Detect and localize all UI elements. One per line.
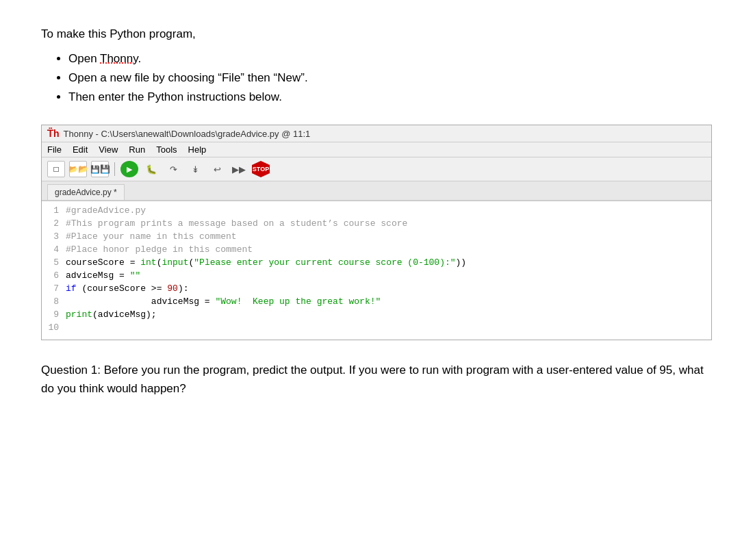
line-num-2: 2 (42, 218, 66, 229)
menu-run[interactable]: Run (129, 144, 145, 155)
debug-button[interactable]: 🐛 (142, 161, 160, 177)
line-content-10 (66, 322, 711, 333)
line-content-8: adviceMsg = "Wow! Keep up the great work… (66, 296, 711, 307)
line-content-2: #This program prints a message based on … (66, 218, 711, 229)
line-num-9: 9 (42, 309, 66, 320)
new-file-button[interactable] (47, 161, 65, 177)
menu-help[interactable]: Help (188, 144, 207, 155)
line-num-8: 8 (42, 296, 66, 307)
toolbar-separator-1 (114, 162, 115, 176)
thonny-link[interactable]: Thonny (100, 52, 138, 65)
code-line-9: 9 print(adviceMsg); (42, 309, 711, 322)
code-line-1: 1 #gradeAdvice.py (42, 205, 711, 218)
line-num-6: 6 (42, 270, 66, 281)
code-line-6: 6 adviceMsg = "" (42, 270, 711, 283)
menu-file[interactable]: File (47, 144, 62, 155)
open-file-button[interactable]: 📂 (69, 161, 87, 177)
step-back-button[interactable]: ↩ (208, 161, 226, 177)
thonny-app-icon: T̈h (47, 128, 60, 139)
menu-edit[interactable]: Edit (73, 144, 88, 155)
line-num-4: 4 (42, 244, 66, 255)
code-line-5: 5 courseScore = int(input("Please enter … (42, 257, 711, 270)
code-line-3: 3 #Place your name in this comment (42, 231, 711, 244)
menu-view[interactable]: View (99, 144, 118, 155)
step-over-button[interactable]: ↷ (164, 161, 182, 177)
bullet-item-1: Open Thonny. (68, 52, 712, 66)
run-button[interactable] (120, 161, 138, 177)
save-file-button[interactable]: 💾 (91, 161, 109, 177)
step-into-button[interactable]: ↡ (186, 161, 204, 177)
bullet-1-post: . (138, 52, 141, 65)
file-tab[interactable]: gradeAdvice.py * (47, 184, 125, 200)
file-tab-area: gradeAdvice.py * (42, 181, 711, 201)
code-line-8: 8 adviceMsg = "Wow! Keep up the great wo… (42, 296, 711, 309)
thonny-menubar: File Edit View Run Tools Help (42, 142, 711, 157)
line-num-1: 1 (42, 205, 66, 216)
line-content-3: #Place your name in this comment (66, 231, 711, 242)
line-num-7: 7 (42, 283, 66, 294)
line-content-6: adviceMsg = "" (66, 270, 711, 281)
resume-button[interactable]: ▶▶ (230, 161, 248, 177)
code-line-4: 4 #Place honor pledge in this comment (42, 244, 711, 257)
thonny-window: T̈h Thonny - C:\Users\anewalt\Downloads\… (41, 125, 712, 340)
line-content-1: #gradeAdvice.py (66, 205, 711, 216)
code-line-2: 2 #This program prints a message based o… (42, 218, 711, 231)
code-editor[interactable]: 1 #gradeAdvice.py 2 #This program prints… (42, 201, 711, 340)
code-line-7: 7 if (courseScore >= 90): (42, 283, 711, 296)
thonny-titlebar: T̈h Thonny - C:\Users\anewalt\Downloads\… (42, 125, 711, 142)
thonny-toolbar: 📂 💾 🐛 ↷ ↡ ↩ ▶▶ STOP (42, 157, 711, 181)
code-line-10: 10 (42, 322, 711, 335)
line-content-9: print(adviceMsg); (66, 309, 711, 320)
intro-paragraph: To make this Python program, (41, 27, 712, 41)
line-num-5: 5 (42, 257, 66, 268)
line-content-5: courseScore = int(input("Please enter yo… (66, 257, 711, 268)
stop-button[interactable]: STOP (252, 161, 270, 177)
bullet-list: Open Thonny. Open a new file by choosing… (41, 52, 712, 104)
line-content-7: if (courseScore >= 90): (66, 283, 711, 294)
bullet-item-2: Open a new file by choosing “File” then … (68, 71, 712, 85)
thonny-title-text: Thonny - C:\Users\anewalt\Downloads\grad… (64, 129, 311, 139)
question-1-text: Question 1: Before you run the program, … (41, 361, 712, 398)
menu-tools[interactable]: Tools (156, 144, 177, 155)
line-num-3: 3 (42, 231, 66, 242)
bullet-item-3: Then enter the Python instructions below… (68, 90, 712, 104)
bullet-1-pre: Open (68, 52, 100, 65)
line-content-4: #Place honor pledge in this comment (66, 244, 711, 255)
line-num-10: 10 (42, 322, 66, 333)
